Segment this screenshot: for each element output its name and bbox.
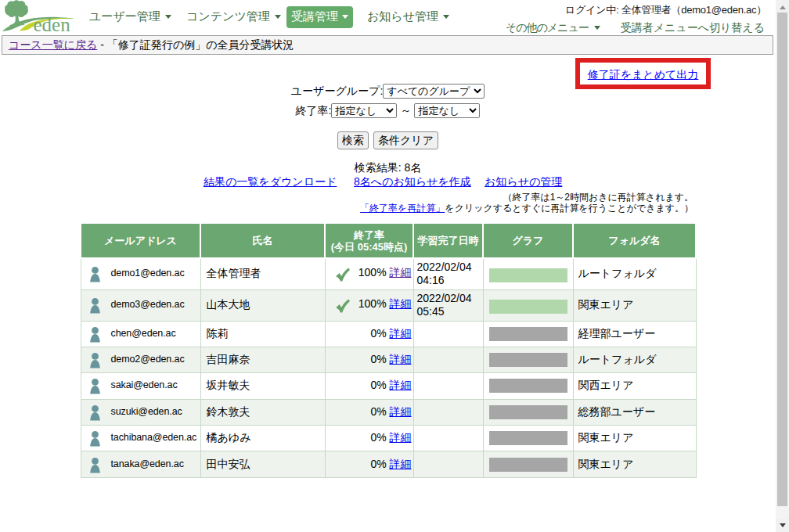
svg-text:eden: eden: [34, 14, 71, 35]
